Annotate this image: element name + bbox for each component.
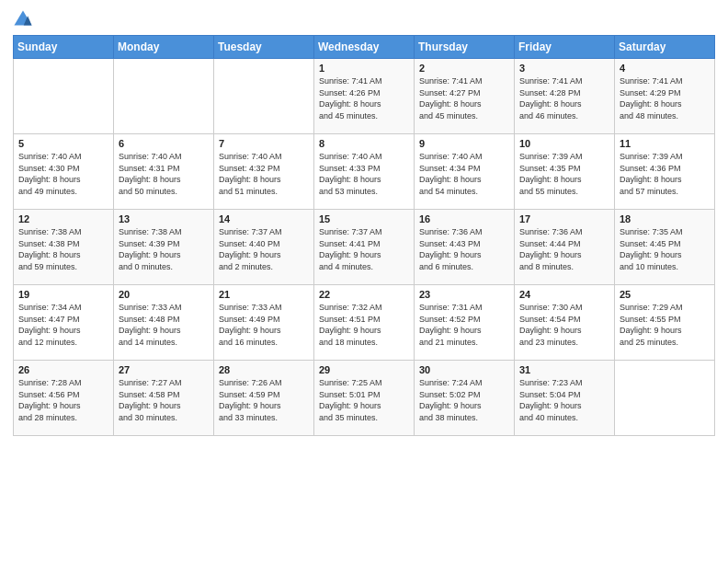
week-row-5: 26Sunrise: 7:28 AM Sunset: 4:56 PM Dayli… bbox=[14, 361, 715, 436]
week-row-1: 1Sunrise: 7:41 AM Sunset: 4:26 PM Daylig… bbox=[14, 59, 715, 134]
day-cell: 8Sunrise: 7:40 AM Sunset: 4:33 PM Daylig… bbox=[314, 134, 415, 210]
day-cell: 13Sunrise: 7:38 AM Sunset: 4:39 PM Dayli… bbox=[114, 210, 214, 285]
day-number: 31 bbox=[519, 364, 609, 375]
day-number: 11 bbox=[620, 138, 710, 149]
day-number: 15 bbox=[319, 213, 409, 224]
logo-icon bbox=[13, 9, 33, 29]
day-info: Sunrise: 7:40 AM Sunset: 4:30 PM Dayligh… bbox=[18, 152, 82, 196]
day-cell: 26Sunrise: 7:28 AM Sunset: 4:56 PM Dayli… bbox=[14, 361, 114, 436]
day-number: 5 bbox=[18, 138, 108, 149]
day-cell: 2Sunrise: 7:41 AM Sunset: 4:27 PM Daylig… bbox=[415, 59, 515, 134]
day-cell bbox=[14, 59, 114, 134]
day-cell: 11Sunrise: 7:39 AM Sunset: 4:36 PM Dayli… bbox=[615, 134, 715, 210]
day-info: Sunrise: 7:28 AM Sunset: 4:56 PM Dayligh… bbox=[18, 378, 82, 422]
day-info: Sunrise: 7:29 AM Sunset: 4:55 PM Dayligh… bbox=[620, 303, 683, 347]
day-info: Sunrise: 7:39 AM Sunset: 4:36 PM Dayligh… bbox=[620, 152, 683, 196]
header bbox=[13, 9, 715, 29]
day-number: 1 bbox=[319, 63, 409, 74]
weekday-header-friday: Friday bbox=[515, 36, 615, 59]
day-info: Sunrise: 7:41 AM Sunset: 4:26 PM Dayligh… bbox=[319, 76, 382, 121]
day-info: Sunrise: 7:40 AM Sunset: 4:32 PM Dayligh… bbox=[219, 152, 282, 196]
day-number: 12 bbox=[18, 213, 108, 224]
day-number: 13 bbox=[119, 213, 209, 224]
day-number: 8 bbox=[319, 138, 409, 149]
week-row-4: 19Sunrise: 7:34 AM Sunset: 4:47 PM Dayli… bbox=[14, 285, 715, 361]
day-cell: 21Sunrise: 7:33 AM Sunset: 4:49 PM Dayli… bbox=[214, 285, 314, 361]
weekday-header-wednesday: Wednesday bbox=[314, 36, 415, 59]
week-row-2: 5Sunrise: 7:40 AM Sunset: 4:30 PM Daylig… bbox=[14, 134, 715, 210]
day-number: 16 bbox=[419, 213, 509, 224]
day-number: 23 bbox=[419, 289, 509, 300]
day-cell: 24Sunrise: 7:30 AM Sunset: 4:54 PM Dayli… bbox=[515, 285, 615, 361]
day-info: Sunrise: 7:37 AM Sunset: 4:40 PM Dayligh… bbox=[219, 227, 282, 271]
day-cell: 20Sunrise: 7:33 AM Sunset: 4:48 PM Dayli… bbox=[114, 285, 214, 361]
day-cell: 29Sunrise: 7:25 AM Sunset: 5:01 PM Dayli… bbox=[314, 361, 415, 436]
day-cell: 15Sunrise: 7:37 AM Sunset: 4:41 PM Dayli… bbox=[314, 210, 415, 285]
day-number: 2 bbox=[419, 63, 509, 74]
week-row-3: 12Sunrise: 7:38 AM Sunset: 4:38 PM Dayli… bbox=[14, 210, 715, 285]
day-info: Sunrise: 7:38 AM Sunset: 4:38 PM Dayligh… bbox=[18, 227, 82, 271]
day-info: Sunrise: 7:36 AM Sunset: 4:44 PM Dayligh… bbox=[519, 227, 583, 271]
day-info: Sunrise: 7:38 AM Sunset: 4:39 PM Dayligh… bbox=[119, 227, 182, 271]
day-number: 6 bbox=[119, 138, 209, 149]
weekday-header-thursday: Thursday bbox=[415, 36, 515, 59]
logo bbox=[13, 9, 35, 29]
weekday-header-saturday: Saturday bbox=[615, 36, 715, 59]
day-cell: 22Sunrise: 7:32 AM Sunset: 4:51 PM Dayli… bbox=[314, 285, 415, 361]
day-info: Sunrise: 7:39 AM Sunset: 4:35 PM Dayligh… bbox=[519, 152, 583, 196]
day-info: Sunrise: 7:31 AM Sunset: 4:52 PM Dayligh… bbox=[419, 303, 483, 347]
day-info: Sunrise: 7:25 AM Sunset: 5:01 PM Dayligh… bbox=[319, 378, 382, 422]
weekday-header-monday: Monday bbox=[114, 36, 214, 59]
day-info: Sunrise: 7:36 AM Sunset: 4:43 PM Dayligh… bbox=[419, 227, 483, 271]
day-cell bbox=[114, 59, 214, 134]
day-number: 17 bbox=[519, 213, 609, 224]
day-cell: 7Sunrise: 7:40 AM Sunset: 4:32 PM Daylig… bbox=[214, 134, 314, 210]
calendar: SundayMondayTuesdayWednesdayThursdayFrid… bbox=[13, 35, 715, 436]
day-cell: 1Sunrise: 7:41 AM Sunset: 4:26 PM Daylig… bbox=[314, 59, 415, 134]
day-cell: 6Sunrise: 7:40 AM Sunset: 4:31 PM Daylig… bbox=[114, 134, 214, 210]
page-container: SundayMondayTuesdayWednesdayThursdayFrid… bbox=[0, 0, 728, 563]
day-info: Sunrise: 7:23 AM Sunset: 5:04 PM Dayligh… bbox=[519, 378, 583, 422]
day-cell: 5Sunrise: 7:40 AM Sunset: 4:30 PM Daylig… bbox=[14, 134, 114, 210]
day-number: 4 bbox=[620, 63, 710, 74]
day-cell: 12Sunrise: 7:38 AM Sunset: 4:38 PM Dayli… bbox=[14, 210, 114, 285]
day-cell: 9Sunrise: 7:40 AM Sunset: 4:34 PM Daylig… bbox=[415, 134, 515, 210]
day-number: 10 bbox=[519, 138, 609, 149]
day-cell: 28Sunrise: 7:26 AM Sunset: 4:59 PM Dayli… bbox=[214, 361, 314, 436]
day-cell: 31Sunrise: 7:23 AM Sunset: 5:04 PM Dayli… bbox=[515, 361, 615, 436]
day-info: Sunrise: 7:40 AM Sunset: 4:34 PM Dayligh… bbox=[419, 152, 483, 196]
day-cell: 30Sunrise: 7:24 AM Sunset: 5:02 PM Dayli… bbox=[415, 361, 515, 436]
day-number: 18 bbox=[620, 213, 710, 224]
day-number: 20 bbox=[119, 289, 209, 300]
day-number: 28 bbox=[219, 364, 309, 375]
day-cell: 19Sunrise: 7:34 AM Sunset: 4:47 PM Dayli… bbox=[14, 285, 114, 361]
day-cell: 14Sunrise: 7:37 AM Sunset: 4:40 PM Dayli… bbox=[214, 210, 314, 285]
day-info: Sunrise: 7:37 AM Sunset: 4:41 PM Dayligh… bbox=[319, 227, 382, 271]
day-info: Sunrise: 7:33 AM Sunset: 4:49 PM Dayligh… bbox=[219, 303, 282, 347]
weekday-header-tuesday: Tuesday bbox=[214, 36, 314, 59]
day-number: 3 bbox=[519, 63, 609, 74]
day-number: 26 bbox=[18, 364, 108, 375]
day-cell: 4Sunrise: 7:41 AM Sunset: 4:29 PM Daylig… bbox=[615, 59, 715, 134]
weekday-header-row: SundayMondayTuesdayWednesdayThursdayFrid… bbox=[14, 36, 715, 59]
day-cell: 17Sunrise: 7:36 AM Sunset: 4:44 PM Dayli… bbox=[515, 210, 615, 285]
day-info: Sunrise: 7:35 AM Sunset: 4:45 PM Dayligh… bbox=[620, 227, 683, 271]
day-info: Sunrise: 7:40 AM Sunset: 4:31 PM Dayligh… bbox=[119, 152, 182, 196]
day-cell bbox=[615, 361, 715, 436]
day-info: Sunrise: 7:41 AM Sunset: 4:29 PM Dayligh… bbox=[620, 76, 683, 121]
day-number: 21 bbox=[219, 289, 309, 300]
day-number: 24 bbox=[519, 289, 609, 300]
day-number: 22 bbox=[319, 289, 409, 300]
day-cell: 16Sunrise: 7:36 AM Sunset: 4:43 PM Dayli… bbox=[415, 210, 515, 285]
day-cell: 25Sunrise: 7:29 AM Sunset: 4:55 PM Dayli… bbox=[615, 285, 715, 361]
day-info: Sunrise: 7:41 AM Sunset: 4:28 PM Dayligh… bbox=[519, 76, 583, 121]
day-number: 25 bbox=[620, 289, 710, 300]
day-number: 7 bbox=[219, 138, 309, 149]
day-number: 14 bbox=[219, 213, 309, 224]
day-info: Sunrise: 7:30 AM Sunset: 4:54 PM Dayligh… bbox=[519, 303, 583, 347]
day-info: Sunrise: 7:41 AM Sunset: 4:27 PM Dayligh… bbox=[419, 76, 483, 121]
day-cell: 23Sunrise: 7:31 AM Sunset: 4:52 PM Dayli… bbox=[415, 285, 515, 361]
day-info: Sunrise: 7:26 AM Sunset: 4:59 PM Dayligh… bbox=[219, 378, 282, 422]
day-number: 19 bbox=[18, 289, 108, 300]
day-info: Sunrise: 7:32 AM Sunset: 4:51 PM Dayligh… bbox=[319, 303, 382, 347]
